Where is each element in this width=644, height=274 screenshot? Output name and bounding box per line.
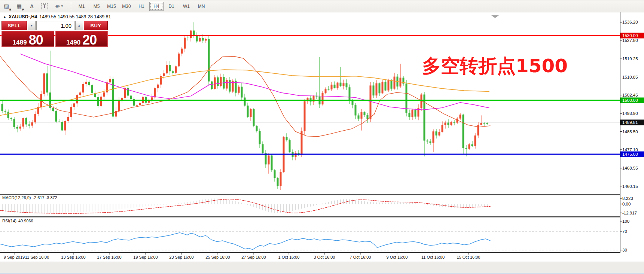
price-axis-tick-label: 1536.20 xyxy=(622,20,638,24)
text-box-icon[interactable]: T xyxy=(39,1,50,11)
hatch-expert-icon[interactable]: ▨ E xyxy=(1,1,12,11)
collapse-arrow-icon[interactable]: ▲ xyxy=(3,15,6,19)
chevron-down-icon: ▾ xyxy=(61,4,63,8)
rsi-name: RSI(14) xyxy=(2,219,16,223)
price-axis-tick-label: 1485.50 xyxy=(622,130,638,134)
ohlc-readout: 1489.55 1490.55 1489.28 1489.81 xyxy=(39,14,111,19)
sma-slow-orange xyxy=(0,70,489,115)
timeframe-button-w1[interactable]: W1 xyxy=(179,2,193,11)
macd-axis-label: 8.223 xyxy=(622,196,633,201)
sma-mid-magenta xyxy=(21,54,489,110)
chart-header: ▲ XAUUSD-,H4 1489.55 1490.55 1489.28 148… xyxy=(3,14,111,19)
bid-quote[interactable]: 1489 80 xyxy=(1,31,54,47)
time-axis-label: 11 Sep 16:00 xyxy=(25,255,49,259)
trade-controls-row: SELL ▼ ▲ BUY xyxy=(1,21,108,30)
volume-decrease-button[interactable]: ▼ xyxy=(28,21,36,30)
grid-forecast-icon[interactable]: ▦ F xyxy=(13,1,25,11)
time-axis-label: 15 Oct 16:00 xyxy=(457,255,480,259)
time-axis-label: 9 Sep 2019 xyxy=(4,255,25,259)
price-axis-tick-label: 1527.80 xyxy=(622,38,638,43)
price-axis-tick-label: 1510.85 xyxy=(622,75,638,79)
timeframe-button-mn[interactable]: MN xyxy=(194,2,208,11)
buy-button[interactable]: BUY xyxy=(84,21,108,30)
sma-fast-vermilion xyxy=(0,56,490,137)
ask-pips-digits: 20 xyxy=(82,32,97,48)
time-axis-label: 1 Oct 16:00 xyxy=(278,255,300,259)
mas-layer xyxy=(0,54,490,137)
time-axis-label: 9 Oct 16:00 xyxy=(387,255,408,259)
text-box-glyph: T xyxy=(41,3,48,9)
timeframe-button-h4[interactable]: H4 xyxy=(149,2,164,11)
text-label-icon[interactable]: A xyxy=(26,1,37,11)
rsi-line xyxy=(0,233,490,250)
bg-layer xyxy=(0,122,620,250)
ask-quote[interactable]: 1490 20 xyxy=(55,31,108,47)
shapes-icon[interactable]: ◆ ◆ ▾ xyxy=(52,1,67,11)
time-axis-label: 11 Oct 16:00 xyxy=(421,255,445,259)
shapes-diamond-gray: ◆ xyxy=(58,4,60,8)
status-strip xyxy=(0,262,644,274)
macd-axis-label: 0.00 xyxy=(622,202,631,206)
time-axis-label: 3 Oct 16:00 xyxy=(314,255,335,259)
grid-glyph: ▦ xyxy=(16,3,22,9)
frame-layer xyxy=(0,12,622,255)
macd-label: MACD(12,26,9)-2.617 -3.372 xyxy=(2,195,57,200)
timeframe-button-m1[interactable]: M1 xyxy=(74,2,89,11)
macd-axis-label: -12.917 xyxy=(622,211,637,215)
volume-input[interactable] xyxy=(36,21,74,30)
timeframe-button-m15[interactable]: M15 xyxy=(104,2,119,11)
time-axis-label: 13 Sep 16:00 xyxy=(61,255,85,259)
price-level-badge: 1475.00 xyxy=(620,152,644,157)
hatch-badge: E xyxy=(9,8,11,11)
price-level-badge: 1530.00 xyxy=(620,33,644,39)
sell-button[interactable]: SELL xyxy=(1,21,27,30)
chart-annotation-text: 多空转折点1500 xyxy=(422,54,568,79)
rsi-value: 49.9066 xyxy=(18,219,33,223)
volume-increase-button[interactable]: ▲ xyxy=(75,21,83,30)
candles-layer xyxy=(1,22,488,190)
timeframe-button-m5[interactable]: M5 xyxy=(89,2,104,11)
quote-row: 1489 80 1490 20 xyxy=(1,31,108,47)
timeframe-group: M1M5M15M30H1H4D1W1MN xyxy=(74,2,209,11)
timeframe-button-d1[interactable]: D1 xyxy=(164,2,178,11)
macd-signal-line xyxy=(0,199,490,213)
text-label-glyph: A xyxy=(30,3,34,9)
symbol-title: XAUUSD-,H4 xyxy=(9,14,37,19)
price-axis-tick-label: 1493.90 xyxy=(622,111,638,116)
one-click-trade-panel: SELL ▼ ▲ BUY 1489 80 1490 20 xyxy=(1,21,108,47)
toolbar-separator xyxy=(71,2,71,10)
current-price-badge: 1489.81 xyxy=(620,119,644,125)
timeframe-button-h1[interactable]: H1 xyxy=(134,2,149,11)
toolbar: ▨ E ▦ F A T ◆ ◆ ▾ M1M5M15M30H1H4D1W1MN xyxy=(0,0,644,12)
timeframe-button-m30[interactable]: M30 xyxy=(119,2,134,11)
time-axis-label: 27 Sep 16:00 xyxy=(241,255,266,259)
rsi-axis-label: 100 xyxy=(622,219,629,223)
time-axis-label: 19 Sep 16:00 xyxy=(133,255,158,259)
rsi-axis-label: 70 xyxy=(622,229,627,234)
time-axis-label: 17 Sep 16:00 xyxy=(97,255,121,259)
price-axis-tick-label: 1502.45 xyxy=(622,93,638,97)
price-level-badge: 1500.00 xyxy=(620,98,644,103)
grid-badge: F xyxy=(22,8,24,11)
macd-values: -2.617 -3.372 xyxy=(33,195,57,200)
trading-platform-window: ▨ E ▦ F A T ◆ ◆ ▾ M1M5M15M30H1H4D1W1MN ▲… xyxy=(0,0,644,274)
bottom-highlight-line xyxy=(0,273,644,274)
time-axis-label: 23 Sep 16:00 xyxy=(169,255,193,259)
time-axis-label: 7 Oct 16:00 xyxy=(350,255,371,259)
rsi-axis-label: 30 xyxy=(622,248,627,252)
ask-main-digits: 1490 xyxy=(66,39,80,46)
price-axis-tick-label: 1468.55 xyxy=(622,166,638,170)
hatch-glyph: ▨ xyxy=(4,3,9,9)
rsi-label: RSI(14)49.9066 xyxy=(2,219,33,223)
bid-main-digits: 1489 xyxy=(13,39,27,46)
price-axis-tick-label: 1519.25 xyxy=(622,57,638,61)
bid-pips-digits: 80 xyxy=(29,32,43,48)
time-axis-label: 25 Sep 16:00 xyxy=(205,255,230,259)
price-axis-tick-label: 1460.15 xyxy=(622,184,638,189)
macd-name: MACD(12,26,9) xyxy=(2,195,31,200)
